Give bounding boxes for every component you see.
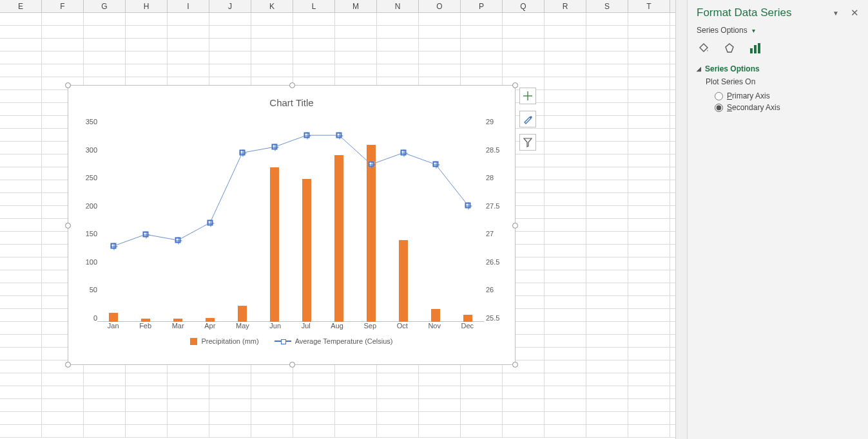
- series-options-dropdown[interactable]: Series Options ▾: [697, 26, 859, 35]
- line-marker[interactable]: [272, 144, 278, 150]
- bar[interactable]: [367, 145, 376, 322]
- selection-handle[interactable]: [512, 82, 518, 88]
- column-header[interactable]: N: [377, 0, 419, 12]
- column-header[interactable]: S: [586, 0, 628, 12]
- format-data-series-panel: Format Data Series ▼ ✕ Series Options ▾ …: [687, 0, 868, 439]
- selection-handle[interactable]: [65, 362, 71, 368]
- line-marker[interactable]: [304, 133, 310, 138]
- vertical-scrollbar[interactable]: [675, 0, 687, 439]
- panel-close-button[interactable]: ✕: [851, 7, 859, 19]
- bar[interactable]: [431, 309, 440, 322]
- selection-handle[interactable]: [512, 223, 518, 229]
- primary-axis-input[interactable]: [715, 92, 723, 100]
- bar[interactable]: [238, 306, 247, 322]
- plot-series-on-label: Plot Series On: [706, 77, 859, 86]
- selection-handle[interactable]: [289, 362, 295, 368]
- panel-title-row: Format Data Series ▼ ✕: [697, 6, 859, 19]
- svg-rect-5: [758, 43, 760, 53]
- column-header[interactable]: T: [628, 0, 670, 12]
- column-header[interactable]: E: [0, 0, 42, 12]
- column-header[interactable]: F: [42, 0, 84, 12]
- bar[interactable]: [463, 315, 472, 322]
- chart-tool-buttons: [519, 88, 536, 157]
- section-title: Series Options: [705, 64, 760, 73]
- x-axis: JanFebMarAprMayJunJulAugSepOctNovDec: [97, 322, 484, 333]
- bar[interactable]: [302, 179, 311, 322]
- svg-rect-4: [754, 45, 757, 53]
- column-header[interactable]: O: [419, 0, 461, 12]
- bar[interactable]: [399, 240, 408, 322]
- column-header[interactable]: Q: [503, 0, 545, 12]
- selection-handle[interactable]: [65, 82, 71, 88]
- line-marker[interactable]: [336, 133, 342, 138]
- legend-swatch-line: [275, 339, 291, 344]
- line-marker[interactable]: [143, 232, 149, 238]
- line-marker[interactable]: [207, 220, 213, 226]
- legend-label: Precipitation (mm): [201, 337, 258, 345]
- series-options-section-header[interactable]: ◢ Series Options: [697, 64, 859, 73]
- dropdown-label: Series Options: [697, 26, 747, 35]
- effects-tab-icon[interactable]: [722, 41, 737, 55]
- column-header[interactable]: H: [126, 0, 168, 12]
- secondary-axis-radio[interactable]: Secondary Axis: [715, 103, 859, 112]
- secondary-axis-input[interactable]: [715, 104, 723, 112]
- primary-axis-label: Primary Axis: [727, 91, 770, 100]
- chevron-down-icon: ▾: [752, 27, 755, 34]
- plot-wrap: 350300250200150100500 2928.52827.52726.5…: [68, 111, 515, 333]
- chart-filter-button[interactable]: [519, 134, 536, 151]
- column-header[interactable]: M: [335, 0, 377, 12]
- legend-item-precipitation[interactable]: Precipitation (mm): [190, 337, 258, 345]
- legend-label: Average Temperature (Celsius): [295, 337, 393, 345]
- column-header[interactable]: L: [293, 0, 335, 12]
- fill-tab-icon[interactable]: [697, 41, 711, 55]
- column-header[interactable]: I: [168, 0, 209, 12]
- line-marker[interactable]: [401, 150, 407, 156]
- spreadsheet-area: EFGHIJKLMNOPQRST Chart Title 35030025020…: [0, 0, 687, 439]
- line-series[interactable]: [97, 118, 484, 322]
- column-header[interactable]: J: [209, 0, 251, 12]
- column-header[interactable]: K: [251, 0, 293, 12]
- legend-item-temperature[interactable]: Average Temperature (Celsius): [275, 337, 393, 345]
- line-marker[interactable]: [111, 243, 117, 249]
- column-headers: EFGHIJKLMNOPQRST: [0, 0, 687, 13]
- panel-title: Format Data Series: [697, 6, 791, 19]
- chart-styles-button[interactable]: [519, 111, 536, 127]
- svg-marker-2: [726, 44, 733, 52]
- bar[interactable]: [334, 155, 343, 322]
- chart-legend: Precipitation (mm) Average Temperature (…: [68, 333, 515, 357]
- line-marker[interactable]: [465, 202, 471, 208]
- line-marker[interactable]: [240, 150, 246, 156]
- plot-area[interactable]: [97, 118, 484, 322]
- svg-rect-3: [750, 48, 753, 53]
- y-axis-right: 2928.52827.52726.52625.5: [486, 118, 512, 322]
- selection-handle[interactable]: [65, 223, 71, 229]
- line-marker[interactable]: [175, 238, 181, 243]
- panel-menu-arrow-icon[interactable]: ▼: [833, 10, 839, 17]
- chart-object[interactable]: Chart Title 350300250200150100500 2928.5…: [68, 85, 516, 365]
- chart-title[interactable]: Chart Title: [68, 86, 515, 111]
- column-header[interactable]: G: [84, 0, 126, 12]
- line-marker[interactable]: [433, 162, 439, 167]
- column-header[interactable]: P: [461, 0, 503, 12]
- selection-handle[interactable]: [512, 362, 518, 368]
- primary-axis-radio[interactable]: Primary Axis: [715, 91, 859, 100]
- bar[interactable]: [270, 167, 279, 322]
- y-axis-left: 350300250200150100500: [72, 118, 97, 322]
- bar[interactable]: [109, 313, 118, 322]
- chart-elements-button[interactable]: [519, 88, 536, 104]
- legend-swatch-bar: [190, 338, 197, 345]
- series-options-tab-icon[interactable]: [748, 41, 762, 55]
- column-header[interactable]: R: [545, 0, 586, 12]
- collapse-triangle-icon: ◢: [697, 66, 701, 72]
- selection-handle[interactable]: [289, 82, 295, 88]
- line-marker[interactable]: [369, 162, 374, 167]
- panel-tab-icons: [697, 41, 859, 55]
- secondary-axis-label: Secondary Axis: [727, 103, 780, 112]
